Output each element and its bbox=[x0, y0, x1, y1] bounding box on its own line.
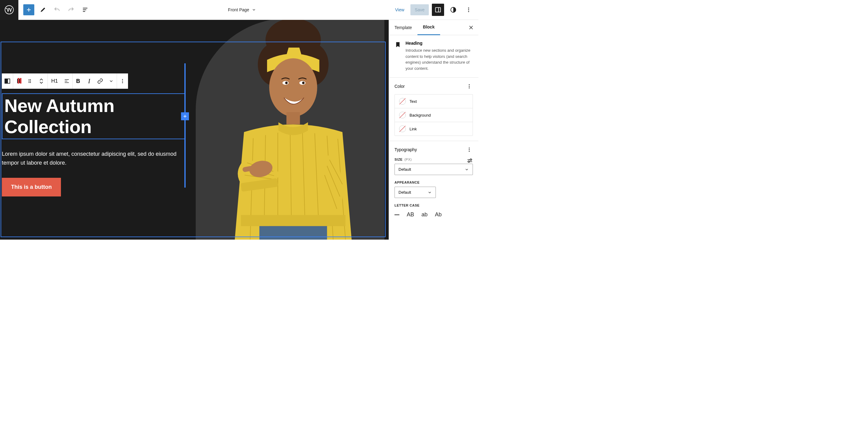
chevron-down-icon bbox=[39, 81, 43, 84]
plus-icon bbox=[26, 7, 32, 13]
size-custom-toggle[interactable] bbox=[467, 158, 473, 164]
chevron-down-icon bbox=[252, 8, 256, 12]
sidebar-tabs: Template Block bbox=[389, 20, 478, 35]
svg-point-0 bbox=[5, 5, 13, 14]
tab-template[interactable]: Template bbox=[389, 20, 417, 35]
heading-block[interactable]: New Autumn Collection bbox=[2, 93, 185, 139]
lettercase-none[interactable] bbox=[395, 214, 399, 215]
page-title-text: Front Page bbox=[228, 7, 249, 12]
svg-point-4 bbox=[468, 8, 469, 8]
sidebar-toggle-button[interactable] bbox=[432, 4, 444, 16]
color-section: Color Text Background bbox=[389, 78, 478, 141]
document-overview-button[interactable] bbox=[80, 4, 91, 15]
svg-point-52 bbox=[469, 147, 470, 148]
options-button[interactable] bbox=[463, 4, 475, 16]
pencil-icon bbox=[39, 6, 46, 13]
svg-point-43 bbox=[30, 82, 31, 83]
typography-section-options[interactable] bbox=[466, 146, 473, 153]
link-button[interactable] bbox=[95, 73, 106, 89]
appearance-label: APPEARANCE bbox=[395, 180, 473, 184]
svg-rect-47 bbox=[18, 78, 19, 84]
appearance-select[interactable]: Default bbox=[395, 187, 436, 198]
svg-point-12 bbox=[285, 82, 288, 84]
svg-point-5 bbox=[468, 9, 469, 10]
topbar-right-tools: View Save bbox=[389, 4, 478, 16]
svg-point-58 bbox=[468, 161, 469, 163]
lettercase-lower[interactable]: ab bbox=[422, 211, 428, 218]
move-up-down-buttons[interactable] bbox=[35, 73, 48, 89]
drag-handle[interactable] bbox=[24, 73, 35, 89]
block-info-panel: Heading Introduce new sections and organ… bbox=[389, 35, 478, 78]
parent-block-button[interactable] bbox=[2, 73, 13, 89]
color-row-text[interactable]: Text bbox=[395, 95, 473, 108]
svg-rect-37 bbox=[8, 79, 10, 84]
align-left-icon bbox=[64, 78, 70, 84]
undo-button[interactable] bbox=[52, 4, 62, 15]
lettercase-capitalize[interactable]: Ab bbox=[435, 211, 442, 218]
image-block-background bbox=[196, 20, 385, 240]
color-row-link[interactable]: Link bbox=[395, 122, 473, 136]
lettercase-label: LETTER CASE bbox=[395, 203, 473, 207]
chevron-down-icon bbox=[465, 167, 469, 172]
svg-point-50 bbox=[469, 86, 470, 87]
size-label: SIZE (PX) bbox=[395, 158, 412, 161]
size-select[interactable]: Default bbox=[395, 164, 473, 175]
sliders-icon bbox=[467, 158, 473, 164]
svg-point-10 bbox=[269, 59, 317, 117]
bold-button[interactable]: B bbox=[72, 73, 84, 89]
page-title-dropdown[interactable]: Front Page bbox=[96, 7, 389, 12]
svg-rect-15 bbox=[286, 112, 300, 124]
typography-section-title: Typography bbox=[395, 147, 417, 152]
close-sidebar-button[interactable] bbox=[467, 23, 475, 32]
svg-point-44 bbox=[122, 79, 123, 80]
svg-point-38 bbox=[29, 79, 29, 80]
wordpress-logo[interactable] bbox=[0, 0, 19, 20]
svg-point-45 bbox=[122, 81, 123, 82]
undo-icon bbox=[54, 6, 60, 13]
canvas-left-column: New Autumn Collection Lorem ipsum dolor … bbox=[0, 20, 194, 240]
svg-rect-1 bbox=[436, 8, 441, 12]
kebab-icon bbox=[466, 147, 472, 153]
styles-button[interactable] bbox=[447, 4, 459, 16]
typography-section: Typography SIZE (PX) Default bbox=[389, 141, 478, 223]
heading-text[interactable]: New Autumn Collection bbox=[4, 95, 183, 137]
lettercase-options: AB ab Ab bbox=[395, 210, 473, 218]
color-list: Text Background Link bbox=[395, 94, 473, 136]
svg-rect-34 bbox=[241, 215, 345, 226]
svg-point-40 bbox=[29, 81, 29, 82]
more-rich-text-button[interactable] bbox=[106, 73, 117, 89]
kebab-icon bbox=[466, 84, 472, 89]
block-options-button[interactable] bbox=[117, 73, 128, 89]
svg-point-39 bbox=[30, 79, 31, 80]
drag-icon bbox=[27, 78, 32, 84]
canvas-right-column bbox=[194, 20, 389, 240]
color-row-background[interactable]: Background bbox=[395, 108, 473, 122]
contrast-icon bbox=[450, 6, 457, 13]
align-button[interactable] bbox=[61, 73, 72, 89]
paragraph-block[interactable]: Lorem ipsum dolor sit amet, consectetur … bbox=[2, 149, 185, 167]
kebab-icon bbox=[466, 7, 472, 13]
lettercase-upper[interactable]: AB bbox=[407, 211, 414, 218]
settings-sidebar: Template Block Heading Introduce new sec… bbox=[389, 20, 478, 240]
plus-icon bbox=[183, 114, 187, 119]
cta-button-block[interactable]: This is a button bbox=[2, 178, 61, 196]
editor-canvas[interactable]: New Autumn Collection Lorem ipsum dolor … bbox=[0, 20, 389, 240]
tab-block[interactable]: Block bbox=[417, 20, 440, 35]
hidden-block-indicator-icon bbox=[18, 78, 22, 84]
edit-tool-button[interactable] bbox=[37, 4, 49, 15]
svg-point-14 bbox=[302, 82, 305, 84]
heading-level-button[interactable]: H1 bbox=[48, 73, 61, 89]
bookmark-icon bbox=[395, 41, 401, 48]
svg-point-46 bbox=[122, 82, 123, 83]
topbar-left-tools bbox=[19, 4, 96, 15]
chevron-down-icon bbox=[109, 79, 114, 84]
color-swatch-none bbox=[399, 98, 406, 105]
block-info-description: Introduce new sections and organize cont… bbox=[405, 47, 473, 71]
add-block-inline-button[interactable] bbox=[181, 112, 189, 120]
view-link[interactable]: View bbox=[392, 5, 407, 15]
svg-rect-48 bbox=[20, 78, 22, 84]
italic-button[interactable]: I bbox=[84, 73, 95, 89]
color-section-options[interactable] bbox=[466, 82, 473, 90]
add-block-button[interactable] bbox=[23, 4, 34, 15]
redo-button[interactable] bbox=[66, 4, 76, 15]
